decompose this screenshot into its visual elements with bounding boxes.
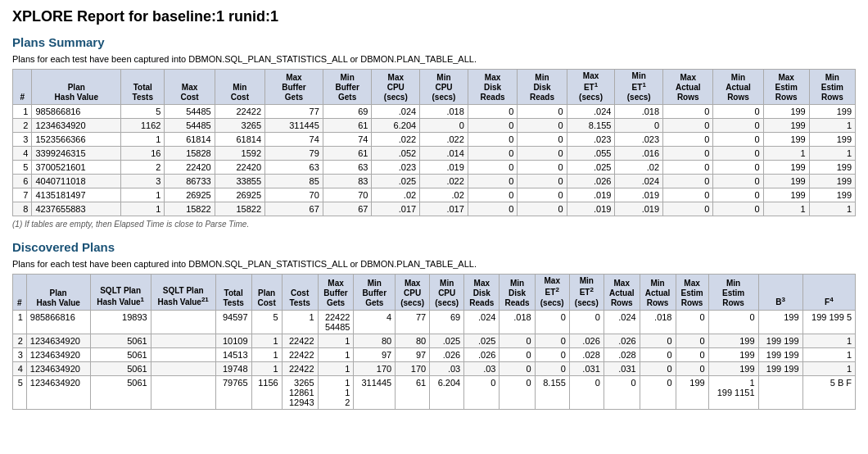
col-num: # (13, 70, 32, 105)
table-cell (151, 361, 215, 375)
table-row: 53700521601222420224206363.023.01900.025… (13, 161, 856, 175)
table-cell: .018 (420, 105, 468, 119)
table-cell: 0 (500, 361, 535, 375)
table-cell: 4135181497 (32, 188, 121, 202)
table-cell: 0 (518, 147, 567, 161)
table-cell: .022 (372, 133, 420, 147)
table-cell: 0 (420, 119, 468, 133)
table-cell: .014 (420, 147, 468, 161)
table-cell: .055 (567, 147, 615, 161)
table-cell: .025 (372, 175, 420, 188)
table-row: 2123463492050611010912242218080.025.0250… (13, 334, 856, 347)
table-cell: 80 (396, 334, 430, 347)
plans-summary-description: Plans for each test have been captured i… (12, 54, 856, 64)
table-cell: 2 (121, 161, 165, 175)
table-cell: 19893 (90, 310, 151, 334)
table-cell: 199 (809, 133, 855, 147)
dcol-plan-cost: PlanCost (251, 275, 282, 310)
table-cell: 15822 (165, 202, 215, 216)
dcol-min-cpu: MinCPU(secs) (430, 275, 464, 310)
table-cell: 199 (809, 188, 855, 202)
plans-summary-table: # PlanHash Value TotalTests MaxCost MinC… (12, 69, 856, 216)
table-cell: .023 (567, 133, 615, 147)
table-cell: .028 (604, 347, 640, 361)
table-cell: 199 (763, 105, 809, 119)
table-cell: 0 (640, 375, 676, 409)
table-cell: 0 (676, 361, 708, 375)
table-cell: 5061 (90, 334, 151, 347)
table-cell: 1 (802, 361, 855, 375)
table-cell: 74 (265, 133, 323, 147)
table-cell: .025 (464, 334, 500, 347)
table-cell: 14513 (215, 347, 251, 361)
table-cell: 97 (396, 347, 430, 361)
table-cell: 0 (708, 310, 758, 334)
table-cell: .024 (464, 310, 500, 334)
table-cell: 1199 1151 (708, 375, 758, 409)
table-cell: 0 (468, 105, 517, 119)
table-cell: 8.155 (535, 375, 569, 409)
table-cell: 3265 (215, 119, 264, 133)
table-cell: 199 (763, 175, 809, 188)
table-cell: 54485 (165, 119, 215, 133)
plans-summary-section: Plans Summary Plans for each test have b… (12, 35, 856, 229)
table-cell: 1234634920 (26, 334, 90, 347)
table-cell: 6.204 (430, 375, 464, 409)
dcol-max-buf: MaxBufferGets (318, 275, 354, 310)
table-row: 1985866816198939459751224225448547769.02… (13, 310, 856, 334)
table-cell: 0 (615, 119, 663, 133)
table-row: 64040711018386733338558583.025.02200.026… (13, 175, 856, 188)
table-cell: .026 (567, 175, 615, 188)
table-cell: 1 (318, 347, 354, 361)
col-min-estim: MinEstimRows (809, 70, 855, 105)
table-cell: 0 (535, 334, 569, 347)
table-cell: 5061 (90, 347, 151, 361)
table-cell: 70 (323, 188, 372, 202)
table-cell: 5061 (90, 375, 151, 409)
table-row: 412346349205061197481224221170170.03.030… (13, 361, 856, 375)
table-cell: 0 (518, 161, 567, 175)
table-cell: 61 (396, 375, 430, 409)
table-cell: 0 (468, 161, 517, 175)
col-min-actual: MinActualRows (713, 70, 763, 105)
table-cell: 1592 (215, 147, 264, 161)
table-cell: 170 (396, 361, 430, 375)
table-cell: 4 (13, 361, 27, 375)
table-cell: 1 (251, 361, 282, 375)
table-cell: 0 (663, 105, 713, 119)
col-max-actual: MaxActualRows (663, 70, 713, 105)
table-cell: .018 (640, 310, 676, 334)
dcol-min-estim: MinEstimRows (708, 275, 758, 310)
table-cell: .026 (604, 334, 640, 347)
table-cell: 5 (13, 161, 32, 175)
col-min-disk: MinDiskReads (518, 70, 567, 105)
table-cell: 0 (518, 202, 567, 216)
table-cell: 10109 (215, 334, 251, 347)
table-cell: 15828 (165, 147, 215, 161)
table-cell: 22422 (282, 361, 318, 375)
discovered-plans-table: # PlanHash Value SQLT PlanHash Value1 SQ… (12, 274, 856, 409)
table-cell: 1156 (251, 375, 282, 409)
table-cell: 3 (13, 133, 32, 147)
table-cell: 61 (323, 147, 372, 161)
dcol-num: # (13, 275, 27, 310)
table-cell: 1 (763, 147, 809, 161)
table-cell: 0 (518, 188, 567, 202)
table-cell: 22420 (215, 161, 264, 175)
table-cell: 6.204 (372, 119, 420, 133)
table-cell: 3399246315 (32, 147, 121, 161)
table-cell: 67 (323, 202, 372, 216)
table-cell (151, 375, 215, 409)
dcol-total: TotalTests (215, 275, 251, 310)
table-cell: 0 (500, 347, 535, 361)
col-max-cost: MaxCost (165, 70, 215, 105)
table-cell: 0 (535, 361, 569, 375)
table-cell: 15822 (215, 202, 264, 216)
table-cell: 77 (396, 310, 430, 334)
table-cell: 0 (676, 334, 708, 347)
table-cell: 0 (640, 334, 676, 347)
table-cell: 74 (323, 133, 372, 147)
table-cell: 1 (13, 310, 27, 334)
col-min-et1: MinET1(secs) (615, 70, 663, 105)
table-row: 3123463492050611451312242219797.026.0260… (13, 347, 856, 361)
